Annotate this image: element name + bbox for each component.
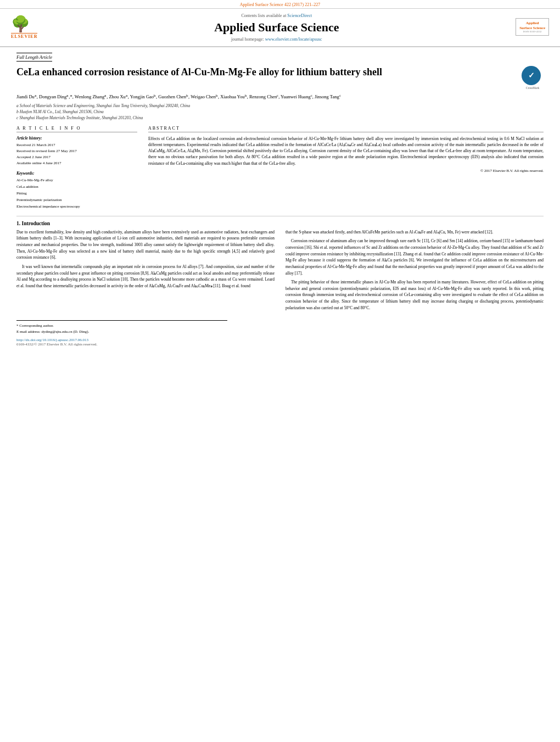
keyword-1: Al-Cu-Mn-Mg-Fe alloy: [16, 177, 137, 184]
email-note: E-mail address: dyding@sjtu.edu.cn (D. D…: [16, 329, 227, 335]
affiliation-c: c Shanghai Huafon Materials Technology I…: [16, 115, 544, 121]
keyword-4: Potentiodynamic polarization: [16, 197, 137, 204]
crossmark-icon: ✓: [522, 66, 541, 85]
left-column: A R T I C L E I N F O Article history: R…: [16, 126, 137, 210]
doi-line[interactable]: http://dx.doi.org/10.1016/j.apsusc.2017.…: [16, 338, 544, 342]
article-info-label: A R T I C L E I N F O: [16, 126, 137, 132]
homepage-url[interactable]: www.elsevier.com/locate/apsusc: [265, 37, 322, 42]
authors: Jiandi Duᵃ, Dongyan Dingᵃ,*, Wenlong Zha…: [16, 94, 544, 101]
keyword-2: CeLa addition: [16, 184, 137, 191]
abstract-text: Effects of CeLa addition on the localize…: [148, 136, 544, 166]
affiliation-a: a School of Materials Science and Engine…: [16, 103, 544, 109]
affiliation-b: b Huafon NLM Al Co., Ltd, Shanghai 20150…: [16, 109, 544, 115]
crossmark-text: CrossMark: [522, 86, 544, 90]
intro-number: 1.: [16, 221, 20, 226]
available-date: Available online 4 June 2017: [16, 160, 137, 166]
article-type: Full Length Article: [16, 53, 52, 62]
journal-header: 🌳 ELSEVIER Contents lists available at S…: [0, 9, 560, 47]
accepted-date: Accepted 2 June 2017: [16, 154, 137, 160]
keyword-3: Pitting: [16, 191, 137, 197]
intro-left-text: Due to excellent formability, low densit…: [16, 229, 275, 289]
contents-text: Contents lists available at: [241, 13, 286, 18]
footnote-area: * Corresponding author. E-mail address: …: [16, 320, 227, 334]
intro-right-text: that the S-phase was attacked firstly, a…: [285, 229, 544, 311]
keyword-5: Electrochemical impedance spectroscopy: [16, 204, 137, 210]
affiliations: a School of Materials Science and Engine…: [16, 103, 544, 121]
sciencedirect-link[interactable]: ScienceDirect: [287, 13, 312, 18]
keywords-heading: Keywords:: [16, 171, 137, 176]
received-date: Received 21 March 2017: [16, 142, 137, 148]
intro-right-p2: Corrosion resistance of aluminum alloy c…: [285, 238, 544, 276]
intro-heading: 1. Introduction: [16, 221, 544, 226]
abstract-label: ABSTRACT: [148, 126, 544, 132]
authors-text: Jiandi Duᵃ, Dongyan Dingᵃ,*, Wenlong Zha…: [16, 94, 341, 99]
elsevier-wordmark: ELSEVIER: [11, 33, 37, 39]
journal-logo-inner: AppliedSurface Science ISSN 0169-4332: [516, 18, 549, 36]
homepage-line: journal homepage: www.elsevier.com/locat…: [37, 37, 516, 42]
article-title: CeLa enhanced corrosion resistance of Al…: [16, 66, 513, 79]
journal-header-center: Contents lists available at ScienceDirec…: [37, 13, 516, 42]
right-column: ABSTRACT Effects of CeLa addition on the…: [148, 126, 544, 210]
article-info-abstract-row: A R T I C L E I N F O Article history: R…: [16, 126, 544, 210]
journal-citation: Applied Surface Science 422 (2017) 221–2…: [240, 2, 320, 7]
abstract-copyright: © 2017 Elsevier B.V. All rights reserved…: [148, 169, 544, 173]
elsevier-tree-icon: 🌳: [11, 16, 30, 32]
revised-date: Received in revised form 27 May 2017: [16, 148, 137, 154]
journal-citation-bar: Applied Surface Science 422 (2017) 221–2…: [0, 0, 560, 9]
body-right-col: that the S-phase was attacked firstly, a…: [285, 229, 544, 314]
elsevier-logo: 🌳 ELSEVIER: [11, 16, 37, 39]
contents-available-line: Contents lists available at ScienceDirec…: [37, 13, 516, 18]
journal-logo-title: AppliedSurface Science: [519, 21, 545, 30]
intro-right-p3: The pitting behavior of those intermetal…: [285, 279, 544, 311]
keywords-section: Keywords: Al-Cu-Mn-Mg-Fe alloy CeLa addi…: [16, 171, 137, 210]
journal-logo-issn: ISSN 0169-4332: [519, 30, 545, 33]
abstract-paragraph: Effects of CeLa addition on the localize…: [148, 136, 544, 166]
intro-right-p1: that the S-phase was attacked firstly, a…: [285, 229, 544, 236]
main-content: Full Length Article CeLa enhanced corros…: [0, 47, 560, 352]
intro-left-p1: Due to excellent formability, low densit…: [16, 229, 275, 261]
homepage-text: journal homepage:: [231, 37, 264, 42]
journal-title: Applied Surface Science: [37, 20, 516, 35]
corresponding-note: * Corresponding author.: [16, 323, 227, 329]
crossmark-logo: ✓ CrossMark: [522, 66, 544, 90]
body-two-col: Due to excellent formability, low densit…: [16, 229, 544, 314]
intro-title: Introduction: [22, 221, 51, 226]
article-history-heading: Article history:: [16, 136, 137, 141]
article-history: Article history: Received 21 March 2017 …: [16, 136, 137, 167]
body-left-col: Due to excellent formability, low densit…: [16, 229, 275, 314]
body-section: 1. Introduction Due to excellent formabi…: [16, 216, 544, 314]
journal-logo-box: AppliedSurface Science ISSN 0169-4332: [516, 18, 549, 37]
issn-line: 0169-4332/© 2017 Elsevier B.V. All right…: [16, 342, 544, 347]
intro-left-p2: It was well known that intermetallic com…: [16, 264, 275, 289]
article-title-row: CeLa enhanced corrosion resistance of Al…: [16, 66, 544, 90]
page: Applied Surface Science 422 (2017) 221–2…: [0, 0, 560, 742]
